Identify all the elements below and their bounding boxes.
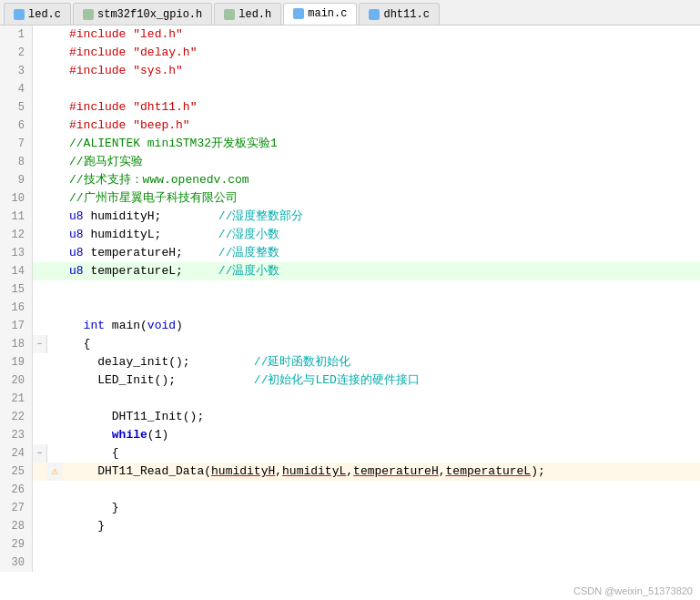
code-content-5[interactable]: #include "dht11.h" <box>62 98 700 117</box>
code-line-9: 9 //技术支持：www.openedv.com <box>0 171 700 189</box>
code-line-3: 3 #include "sys.h" <box>0 62 700 80</box>
code-content-13[interactable]: u8 temperatureH; //温度整数 <box>62 244 700 262</box>
line-num-8: 8 <box>0 153 33 171</box>
line-num-15: 15 <box>0 280 33 299</box>
line-num-25: 25 <box>0 463 33 481</box>
line-num-23: 23 <box>0 426 33 444</box>
line-num-21: 21 <box>0 390 33 408</box>
code-content-6[interactable]: #include "beep.h" <box>62 117 700 135</box>
code-content-22[interactable]: DHT11_Init(); <box>62 408 700 426</box>
line-num-29: 29 <box>0 535 33 554</box>
code-content-28[interactable]: } <box>62 517 700 535</box>
tab-label-led-c: led.c <box>28 8 61 21</box>
code-line-8: 8 //跑马灯实验 <box>0 153 700 171</box>
code-line-14: 14 u8 temperatureL; //温度小数 <box>0 262 700 280</box>
line-num-28: 28 <box>0 517 33 535</box>
code-line-11: 11 u8 humidityH; //湿度整数部分 <box>0 208 700 226</box>
code-content-9[interactable]: //技术支持：www.openedv.com <box>62 171 700 189</box>
line-num-5: 5 <box>0 98 33 117</box>
code-content-7[interactable]: //ALIENTEK miniSTM32开发板实验1 <box>62 135 700 153</box>
line-num-9: 9 <box>0 171 33 189</box>
code-content-2[interactable]: #include "delay.h" <box>62 44 700 62</box>
tab-icon-main-c <box>293 8 304 19</box>
watermark: CSDN @weixin_51373820 <box>573 585 693 596</box>
line-num-17: 17 <box>0 317 33 335</box>
code-line-23: 23 while(1) <box>0 426 700 444</box>
line-num-16: 16 <box>0 299 33 317</box>
tab-main-c[interactable]: main.c <box>283 3 357 25</box>
code-content-12[interactable]: u8 humidityL; //湿度小数 <box>62 226 700 244</box>
code-line-16: 16 <box>0 299 700 317</box>
code-content-8[interactable]: //跑马灯实验 <box>62 153 700 171</box>
code-content-19[interactable]: delay_init(); //延时函数初始化 <box>62 353 700 371</box>
tab-icon-led-h <box>224 9 235 20</box>
line-num-13: 13 <box>0 244 33 262</box>
line-num-27: 27 <box>0 499 33 517</box>
code-line-4: 4 <box>0 80 700 98</box>
line-num-30: 30 <box>0 554 33 572</box>
tab-led-h[interactable]: led.h <box>214 3 281 25</box>
code-line-30: 30 <box>0 554 700 572</box>
code-content-25[interactable]: DHT11_Read_Data(humidityH,humidityL,temp… <box>62 463 700 481</box>
line-num-6: 6 <box>0 117 33 135</box>
code-content-11[interactable]: u8 humidityH; //湿度整数部分 <box>62 208 700 226</box>
line-num-22: 22 <box>0 408 33 426</box>
tab-icon-stm32-gpio-h <box>83 9 94 20</box>
tab-icon-led-c <box>14 9 25 20</box>
line-num-4: 4 <box>0 80 33 98</box>
code-line-17: 17 int main(void) <box>0 317 700 335</box>
code-line-25: 25 ⚠ DHT11_Read_Data(humidityH,humidityL… <box>0 463 700 481</box>
line-num-3: 3 <box>0 62 33 80</box>
code-line-18: 18 − { <box>0 335 700 353</box>
tab-label-main-c: main.c <box>308 7 347 20</box>
code-line-10: 10 //广州市星翼电子科技有限公司 <box>0 189 700 208</box>
code-content-14[interactable]: u8 temperatureL; //温度小数 <box>62 262 700 280</box>
tab-stm32-gpio-h[interactable]: stm32f10x_gpio.h <box>73 3 212 25</box>
warn-25: ⚠ <box>47 463 62 481</box>
line-num-2: 2 <box>0 44 33 62</box>
code-content-18[interactable]: { <box>62 335 700 353</box>
code-line-21: 21 <box>0 390 700 408</box>
code-content-10[interactable]: //广州市星翼电子科技有限公司 <box>62 189 700 208</box>
code-container: 1 #include "led.h" 2 #include "delay.h" … <box>0 25 700 600</box>
code-line-1: 1 #include "led.h" <box>0 25 700 44</box>
code-line-2: 2 #include "delay.h" <box>0 44 700 62</box>
code-line-27: 27 } <box>0 499 700 517</box>
fold-24[interactable]: − <box>33 444 47 463</box>
line-num-11: 11 <box>0 208 33 226</box>
line-num-14: 14 <box>0 262 33 280</box>
line-num-20: 20 <box>0 371 33 390</box>
line-num-1: 1 <box>0 25 33 44</box>
line-num-7: 7 <box>0 135 33 153</box>
code-content-27[interactable]: } <box>62 499 700 517</box>
line-num-18: 18 <box>0 335 33 353</box>
fold-18[interactable]: − <box>33 335 47 353</box>
code-line-22: 22 DHT11_Init(); <box>0 408 700 426</box>
code-content-17[interactable]: int main(void) <box>62 317 700 335</box>
code-line-6: 6 #include "beep.h" <box>0 117 700 135</box>
line-num-24: 24 <box>0 444 33 463</box>
code-content-23[interactable]: while(1) <box>62 426 700 444</box>
code-line-29: 29 <box>0 535 700 554</box>
code-line-7: 7 //ALIENTEK miniSTM32开发板实验1 <box>0 135 700 153</box>
code-content-1[interactable]: #include "led.h" <box>62 25 700 44</box>
code-line-5: 5 #include "dht11.h" <box>0 98 700 117</box>
tab-bar: led.c stm32f10x_gpio.h led.h main.c dht1… <box>0 0 700 25</box>
code-line-26: 26 <box>0 481 700 499</box>
code-content-20[interactable]: LED_Init(); //初始化与LED连接的硬件接口 <box>62 371 700 390</box>
code-line-19: 19 delay_init(); //延时函数初始化 <box>0 353 700 371</box>
tab-dht11-c[interactable]: dht11.c <box>359 3 439 25</box>
code-line-24: 24 − { <box>0 444 700 463</box>
code-content-24[interactable]: { <box>62 444 700 463</box>
tab-label-dht11-c: dht11.c <box>383 8 429 21</box>
line-num-10: 10 <box>0 189 33 208</box>
tab-icon-dht11-c <box>369 9 380 20</box>
code-content-3[interactable]: #include "sys.h" <box>62 62 700 80</box>
tab-label-led-h: led.h <box>238 8 271 21</box>
tab-led-c[interactable]: led.c <box>4 3 71 25</box>
tab-label-stm32-gpio-h: stm32f10x_gpio.h <box>97 8 202 21</box>
code-line-12: 12 u8 humidityL; //湿度小数 <box>0 226 700 244</box>
line-num-26: 26 <box>0 481 33 499</box>
code-line-28: 28 } <box>0 517 700 535</box>
code-line-13: 13 u8 temperatureH; //温度整数 <box>0 244 700 262</box>
